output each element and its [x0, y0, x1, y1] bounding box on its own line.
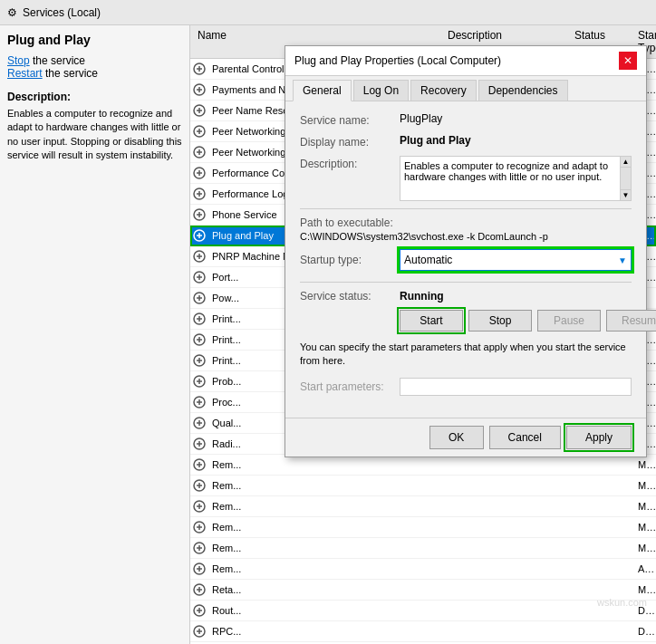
info-text: You can specify the start parameters tha…	[300, 341, 632, 369]
start-button[interactable]: Start	[400, 310, 463, 332]
tab-general[interactable]: General	[293, 80, 352, 101]
service-status-label: Service status:	[300, 290, 400, 303]
stop-button[interactable]: Stop	[468, 310, 532, 332]
action-buttons: Start Stop Pause Resume	[400, 310, 632, 332]
cancel-button[interactable]: Cancel	[489, 426, 561, 449]
service-status-row: Service status: Running	[300, 290, 632, 303]
dialog-title-bar: Plug and Play Properties (Local Computer…	[285, 46, 646, 76]
apply-button[interactable]: Apply	[566, 426, 632, 449]
description-box: Enables a computer to recognize and adap…	[400, 156, 632, 201]
description-row: Description: Enables a computer to recog…	[300, 156, 632, 201]
scroll-down-btn[interactable]: ▼	[621, 189, 631, 200]
tab-log-on[interactable]: Log On	[353, 80, 409, 101]
properties-dialog: Plug and Play Properties (Local Computer…	[285, 45, 647, 457]
start-params-input[interactable]	[400, 378, 632, 396]
dropdown-arrow-icon: ▼	[618, 255, 627, 265]
path-section: Path to executable: C:\WINDOWS\system32\…	[300, 216, 632, 242]
description-label: Description:	[300, 156, 400, 170]
separator-1	[300, 208, 632, 209]
ok-button[interactable]: OK	[429, 426, 484, 449]
start-params-label: Start parameters:	[300, 380, 400, 393]
path-label: Path to executable:	[300, 216, 632, 229]
dialog-body: Service name: PlugPlay Display name: Plu…	[285, 101, 646, 418]
service-status-value: Running	[400, 290, 444, 303]
resume-button[interactable]: Resume	[606, 310, 656, 332]
service-name-label: Service name:	[300, 112, 400, 127]
pause-button[interactable]: Pause	[537, 310, 601, 332]
desc-scrollbar: ▲ ▼	[620, 157, 631, 200]
tab-recovery[interactable]: Recovery	[410, 80, 477, 101]
path-value: C:\WINDOWS\system32\svchost.exe -k DcomL…	[300, 231, 632, 242]
dialog-footer: OK Cancel Apply	[285, 418, 646, 457]
dialog-tabs: GeneralLog OnRecoveryDependencies	[285, 76, 646, 101]
display-name-label: Display name:	[300, 134, 400, 149]
tab-dependencies[interactable]: Dependencies	[478, 80, 568, 101]
startup-type-label: Startup type:	[300, 254, 400, 266]
service-name-value: PlugPlay	[400, 112, 632, 125]
display-name-row: Display name: Plug and Play	[300, 134, 632, 149]
startup-type-value: Automatic	[404, 254, 452, 266]
dialog-close-button[interactable]: ✕	[619, 52, 637, 70]
separator-2	[300, 282, 632, 283]
startup-type-dropdown[interactable]: Automatic ▼	[400, 249, 632, 271]
dialog-title: Plug and Play Properties (Local Computer…	[294, 54, 501, 67]
start-params-row: Start parameters:	[300, 378, 632, 396]
scroll-up-btn[interactable]: ▲	[621, 157, 631, 168]
startup-type-row: Startup type: Automatic ▼	[300, 249, 632, 271]
description-text: Enables a computer to recognize and adap…	[404, 160, 608, 182]
dialog-overlay: Plug and Play Properties (Local Computer…	[0, 0, 656, 644]
main-window: ⚙ Services (Local) Plug and Play Stop th…	[0, 0, 656, 644]
display-name-value: Plug and Play	[400, 134, 632, 147]
service-name-row: Service name: PlugPlay	[300, 112, 632, 127]
